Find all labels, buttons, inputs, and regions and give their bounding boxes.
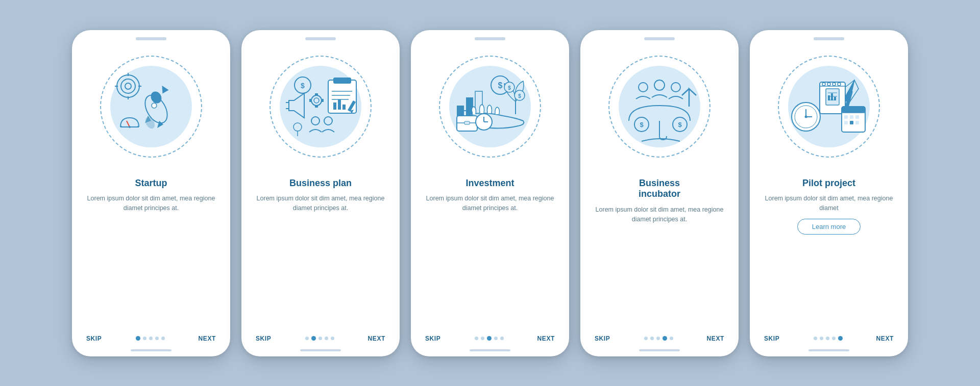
dot-5-3 <box>826 337 829 340</box>
phone-desc-business-incubator: Lorem ipsum dolor sit dim amet, mea regi… <box>593 205 726 225</box>
svg-rect-22 <box>342 105 346 110</box>
dot-1-1 <box>136 336 140 341</box>
phone-title-investment: Investment <box>465 178 514 189</box>
svg-rect-37 <box>309 99 312 102</box>
svg-rect-83 <box>842 107 865 113</box>
phone-content-investment: Investment Lorem ipsum dolor sit dim ame… <box>411 173 569 331</box>
svg-point-55 <box>654 80 665 90</box>
phone-title-business-incubator: Business incubator <box>639 178 680 200</box>
nav-dots-1 <box>136 336 165 341</box>
svg-point-57 <box>671 83 680 92</box>
nav-dots-3 <box>475 336 504 341</box>
dot-1-3 <box>149 337 153 340</box>
phone-pilot-project: Pilot project Lorem ipsum dolor sit dim … <box>750 30 908 356</box>
dot-3-1 <box>475 337 478 340</box>
phone-top-3 <box>411 30 569 40</box>
phones-container: Startup Lorem ipsum dolor sit dim amet, … <box>72 30 908 356</box>
pilot-project-icon <box>783 61 875 152</box>
phone-business-plan: $ <box>241 30 400 356</box>
phone-title-startup: Startup <box>135 178 167 189</box>
dot-4-4 <box>663 336 667 341</box>
next-button-3[interactable]: NEXT <box>537 335 555 342</box>
phone-bottom-5: SKIP NEXT <box>750 331 908 349</box>
phone-top-4 <box>580 30 739 40</box>
dot-5-4 <box>832 337 836 340</box>
svg-text:$: $ <box>640 121 644 128</box>
phone-bar-1 <box>131 349 172 351</box>
phone-startup: Startup Lorem ipsum dolor sit dim amet, … <box>72 30 230 356</box>
svg-text:$: $ <box>508 85 511 91</box>
phone-business-incubator: $ $ Business incubator Lorem ipsum dolor… <box>580 30 739 356</box>
phone-content-business-incubator: Business incubator Lorem ipsum dolor sit… <box>580 173 739 331</box>
next-button-2[interactable]: NEXT <box>368 335 385 342</box>
dot-3-5 <box>500 337 504 340</box>
business-incubator-icon: $ $ <box>614 61 705 152</box>
phone-top-5 <box>750 30 908 40</box>
nav-dots-2 <box>305 336 334 341</box>
skip-button-1[interactable]: SKIP <box>86 335 102 342</box>
next-button-5[interactable]: NEXT <box>876 335 894 342</box>
dot-3-2 <box>481 337 484 340</box>
phone-title-pilot-project: Pilot project <box>802 178 855 189</box>
phone-top-1 <box>72 30 230 40</box>
skip-button-2[interactable]: SKIP <box>256 335 271 342</box>
phone-bar-2 <box>300 349 341 351</box>
svg-text:$: $ <box>518 93 521 99</box>
phone-desc-startup: Lorem ipsum dolor sit dim amet, mea regi… <box>84 194 218 214</box>
dot-1-2 <box>143 337 146 340</box>
svg-rect-88 <box>850 121 853 124</box>
skip-button-3[interactable]: SKIP <box>425 335 440 342</box>
svg-text:$: $ <box>498 81 503 90</box>
svg-rect-91 <box>831 93 833 100</box>
phone-bottom-1: SKIP NEXT <box>72 331 230 349</box>
svg-rect-86 <box>855 115 859 119</box>
phone-bottom-3: SKIP NEXT <box>411 331 569 349</box>
nav-dots-5 <box>814 336 843 341</box>
phone-desc-investment: Lorem ipsum dolor sit dim amet, mea regi… <box>423 194 557 214</box>
phone-bottom-4: SKIP NEXT <box>580 331 739 349</box>
phone-content-business-plan: Business plan Lorem ipsum dolor sit dim … <box>241 173 400 331</box>
svg-rect-38 <box>321 99 324 102</box>
nav-dots-4 <box>644 336 673 341</box>
startup-icon <box>105 61 197 152</box>
dot-5-2 <box>820 337 823 340</box>
illustration-business-plan: $ <box>241 40 400 173</box>
svg-rect-90 <box>828 95 830 100</box>
skip-button-4[interactable]: SKIP <box>595 335 610 342</box>
svg-rect-20 <box>333 102 336 110</box>
svg-point-12 <box>129 126 131 128</box>
svg-rect-89 <box>855 121 859 124</box>
svg-rect-87 <box>844 121 848 124</box>
phone-top-2 <box>241 30 400 40</box>
dot-3-3 <box>487 336 492 341</box>
svg-point-56 <box>639 83 648 92</box>
dot-2-4 <box>325 337 328 340</box>
dot-4-3 <box>656 337 660 340</box>
phone-desc-pilot-project: Lorem ipsum dolor sit dim amet, mea regi… <box>762 194 896 214</box>
business-plan-icon: $ <box>275 61 366 152</box>
dot-2-1 <box>305 337 309 340</box>
next-button-1[interactable]: NEXT <box>199 335 216 342</box>
learn-more-button[interactable]: Learn more <box>797 219 861 235</box>
dot-1-4 <box>155 337 159 340</box>
svg-point-68 <box>805 115 807 118</box>
phone-desc-business-plan: Lorem ipsum dolor sit dim amet, mea regi… <box>254 194 387 214</box>
svg-line-11 <box>127 121 130 127</box>
illustration-business-incubator: $ $ <box>580 40 739 173</box>
investment-icon: $ $ $ <box>444 61 536 152</box>
svg-rect-84 <box>844 115 848 119</box>
svg-rect-85 <box>850 115 853 119</box>
phone-investment: $ $ $ <box>411 30 569 356</box>
illustration-investment: $ $ $ <box>411 40 569 173</box>
phone-bar-4 <box>639 349 680 351</box>
dot-2-2 <box>311 336 316 341</box>
dot-4-2 <box>650 337 654 340</box>
svg-rect-51 <box>464 121 470 124</box>
svg-rect-21 <box>338 99 341 110</box>
skip-button-5[interactable]: SKIP <box>764 335 779 342</box>
phone-bar-5 <box>808 349 849 351</box>
phone-bottom-2: SKIP NEXT <box>241 331 400 349</box>
dot-3-4 <box>494 337 498 340</box>
svg-rect-36 <box>315 105 318 108</box>
next-button-4[interactable]: NEXT <box>707 335 724 342</box>
